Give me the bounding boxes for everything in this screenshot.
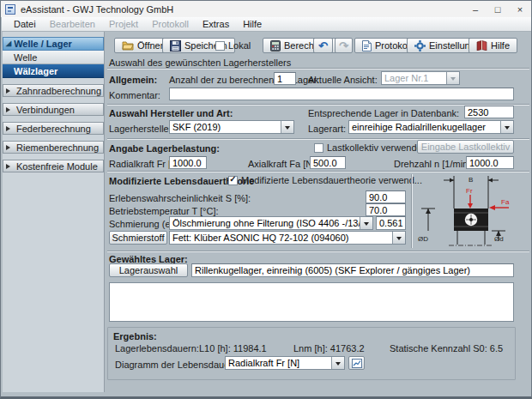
dim-b-label: B — [469, 176, 473, 184]
axialkraft-input[interactable] — [310, 156, 346, 169]
lastkollektiv-checkbox[interactable] — [314, 143, 323, 153]
redo-icon: ↷ — [339, 40, 348, 51]
collapsed-triangle-icon — [6, 88, 13, 94]
l10-result: L10 [h]: 11984.1 — [199, 343, 267, 354]
menu-bearbeiten: Bearbeiten — [43, 18, 102, 31]
erlebenswahrscheinlichkeit-label: Erlebenswahrscheinlichkeit S [%]: — [109, 193, 251, 203]
undo-button[interactable]: ↶ — [313, 38, 333, 53]
chevron-down-icon[interactable] — [392, 232, 405, 244]
lastkollektiv-label: Lastkollektiv verwenden — [327, 142, 427, 153]
eingabe-lastkollektiv-button: Eingabe Lastkollektiv — [417, 140, 514, 154]
sidebar-item-waelzlager[interactable]: Wälzlager — [3, 64, 104, 78]
sidebar-item-welle[interactable]: Welle — [3, 51, 104, 64]
check-icon: ✓ — [229, 175, 236, 184]
lastkollektiv-checkbox-row[interactable]: Lastkollektiv verwenden — [314, 142, 427, 153]
expanded-triangle-icon: ◢ — [6, 40, 11, 47]
chevron-down-icon[interactable] — [331, 357, 344, 369]
menu-projekt: Projekt — [102, 18, 145, 31]
local-checkbox[interactable] — [215, 41, 225, 51]
title-bar: eAssistant - GWJ Technology GmbH – □ × — [1, 1, 531, 17]
main-panel: Öffnen Speichern Lokal Berechnen ↶ ↷ — [106, 32, 531, 394]
ansicht-label: Aktuelle Ansicht: — [308, 75, 378, 85]
lagerauswahl-button[interactable]: Lagerauswahl — [109, 263, 188, 277]
divider — [107, 68, 529, 70]
document-icon — [362, 40, 372, 51]
anzahl-input[interactable] — [274, 72, 296, 85]
sidebar-header-label: Welle / Lager — [14, 39, 72, 49]
sidebar: ◢ Welle / Lager Welle Wälzlager Zahnradb… — [3, 32, 105, 392]
help-button[interactable]: Hilfe — [469, 38, 517, 53]
redo-button[interactable]: ↷ — [335, 38, 353, 53]
drehzahl-input[interactable] — [466, 156, 514, 169]
force-fa-label: Fa — [501, 198, 510, 206]
axialkraft-label: Axialkraft Fa [N]: — [248, 159, 317, 169]
menu-hilfe[interactable]: Hilfe — [236, 18, 269, 31]
lebensdauer-checkbox[interactable]: ✓ — [228, 176, 238, 185]
app-window: eAssistant - GWJ Technology GmbH – □ × D… — [0, 0, 532, 399]
statische-kennzahl-result: Statische Kennzahl S0: 6.5 — [390, 343, 503, 354]
section-allgemein-title: Allgemein: — [109, 75, 157, 85]
menu-extras[interactable]: Extras — [196, 18, 236, 31]
force-fr-label: Fr — [466, 187, 473, 195]
menu-bar: Datei Bearbeiten Projekt Protokoll Extra… — [2, 17, 531, 32]
kommentar-label: Kommentar: — [109, 90, 160, 100]
lagerart-label: Lagerart: — [308, 124, 346, 134]
lagerart-select[interactable]: einreihige Radialrillenkugellager — [348, 120, 514, 134]
lebensdauer-checkbox-label: Modifizierte Lebensdauertheorie verwend.… — [241, 175, 422, 185]
book-icon — [476, 40, 487, 51]
section-belastung-title: Angabe Lagerbelastung: — [109, 143, 220, 154]
collapsed-triangle-icon — [6, 164, 13, 169]
lagerhersteller-select[interactable]: SKF (2019) — [169, 120, 294, 134]
kommentar-input[interactable] — [169, 88, 514, 100]
ansicht-select: Lager Nr.1 — [381, 71, 460, 85]
dim-inner-diameter-label: Ød — [494, 235, 504, 243]
lebensdauern-label: Lagerlebensdauern: — [115, 343, 199, 354]
menu-datei[interactable]: Datei — [7, 18, 43, 31]
window-controls: – □ × — [464, 1, 531, 17]
local-checkbox-row[interactable]: Lokal — [215, 40, 251, 51]
lagerhersteller-label: Lagerhersteller: — [109, 124, 174, 134]
undo-icon: ↶ — [318, 40, 328, 51]
betriebstemperatur-input[interactable] — [366, 203, 406, 216]
datenbank-value: 2530 — [464, 106, 514, 118]
ergebnis-groupbox: Ergebnis: Lagerlebensdauern: L10 [h]: 11… — [107, 327, 516, 380]
schmierung-select[interactable]: Ölschmierung ohne Filterung (ISO 4406 -/… — [169, 216, 373, 230]
lebensdauer-checkbox-row[interactable]: ✓ Modifizierte Lebensdauertheorie verwen… — [228, 175, 422, 185]
section-hersteller-title: Auswahl Hersteller und Art: — [109, 108, 233, 118]
collapsed-triangle-icon — [6, 145, 13, 150]
sidebar-section-federberechnung[interactable]: Federberechnung — [3, 122, 104, 135]
close-button[interactable]: × — [509, 1, 531, 17]
show-diagram-button[interactable] — [348, 356, 365, 370]
sidebar-section-zahnradberechnung[interactable]: Zahnradberechnung — [3, 84, 104, 97]
app-icon — [5, 4, 15, 15]
ec-value: 0.561 — [376, 216, 406, 230]
chevron-down-icon[interactable] — [281, 121, 293, 133]
maximize-button[interactable]: □ — [487, 1, 509, 17]
window-title: eAssistant - GWJ Technology GmbH — [21, 4, 173, 15]
diagramm-select[interactable]: Radialkraft Fr [N] — [225, 356, 345, 370]
menu-protokoll: Protokoll — [145, 18, 196, 31]
section-ergebnis-title: Ergebnis: — [113, 331, 157, 342]
collapsed-triangle-icon — [6, 126, 13, 131]
betriebstemperatur-label: Betriebstemperatur T [°C]: — [109, 206, 219, 216]
local-checkbox-label: Lokal — [228, 40, 251, 51]
sidebar-section-verbindungen[interactable]: Verbindungen — [3, 103, 104, 116]
radialkraft-input[interactable] — [169, 156, 207, 169]
chevron-down-icon[interactable] — [500, 121, 513, 133]
collapsed-triangle-icon — [6, 107, 13, 112]
folder-open-icon — [122, 40, 134, 51]
chart-icon — [352, 359, 362, 368]
schmierstoff-select[interactable]: Fett: Klüber ASONIC HQ 72-102 (094060) — [169, 231, 406, 245]
sidebar-section-kostenfreie-module[interactable]: Kostenfreie Module — [3, 160, 104, 172]
sidebar-section-riemenberechnung[interactable]: Riemenberechnung — [3, 141, 104, 154]
page-title: Auswahl des gewünschten Lagerherstellers — [109, 57, 291, 68]
datenbank-label: Entsprechende Lager in Datenbank: — [308, 108, 459, 118]
schmierstoff-button[interactable]: Schmierstoff — [109, 231, 167, 245]
minimize-button[interactable]: – — [464, 1, 487, 17]
chevron-down-icon[interactable] — [360, 217, 372, 229]
erlebenswahrscheinlichkeit-input[interactable] — [366, 190, 406, 203]
wrench-icon — [414, 40, 426, 51]
result-text-area[interactable] — [109, 282, 514, 322]
chevron-down-icon — [446, 72, 459, 84]
sidebar-header-welle-lager[interactable]: ◢ Welle / Lager — [3, 37, 104, 51]
